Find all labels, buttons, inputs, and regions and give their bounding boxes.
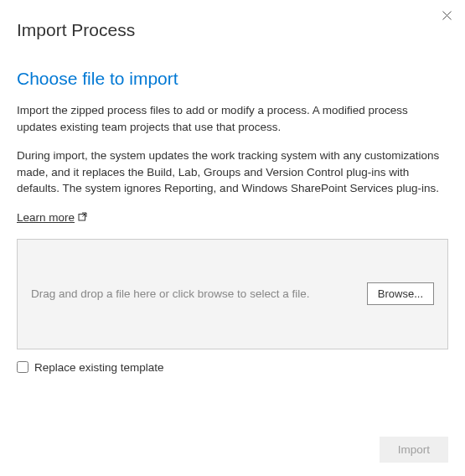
- replace-template-label: Replace existing template: [34, 361, 164, 374]
- browse-button[interactable]: Browse...: [367, 282, 434, 305]
- dialog-title: Import Process: [0, 0, 465, 40]
- replace-template-checkbox[interactable]: [17, 361, 28, 373]
- close-button[interactable]: [438, 7, 455, 23]
- learn-more-label: Learn more: [17, 211, 75, 224]
- close-icon: [442, 11, 452, 20]
- description-paragraph-2: During import, the system updates the wo…: [17, 147, 448, 197]
- dropzone-placeholder: Drag and drop a file here or click brows…: [31, 287, 309, 300]
- section-heading: Choose file to import: [17, 69, 448, 89]
- import-button[interactable]: Import: [380, 437, 448, 463]
- file-dropzone[interactable]: Drag and drop a file here or click brows…: [17, 239, 448, 349]
- description-paragraph-1: Import the zipped process files to add o…: [17, 102, 448, 135]
- learn-more-link[interactable]: Learn more: [17, 211, 87, 224]
- replace-template-option[interactable]: Replace existing template: [17, 361, 448, 374]
- external-link-icon: [78, 212, 87, 223]
